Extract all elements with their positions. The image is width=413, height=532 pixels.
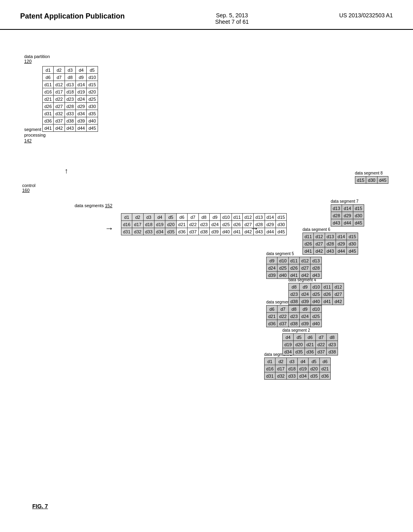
segment-4-group: data segment 4 d8d9d10d11d12d23d24d25d26… bbox=[288, 278, 344, 305]
publication-number: US 2013/0232503 A1 bbox=[339, 12, 393, 19]
segment-6-label: data segment 6 bbox=[302, 227, 358, 232]
main-data-table: d1d2d3d4d5d6d7d8d9d10d11d12d13d14d15d16d… bbox=[42, 66, 98, 132]
figure-label: FIG. 7 bbox=[32, 503, 48, 509]
segment-7-label: data segment 7 bbox=[331, 199, 364, 204]
control-label: control 160 bbox=[22, 183, 35, 193]
segment-1-group: data segment 1 d1d2d3d4d5d6d16d17d18d19d… bbox=[264, 352, 331, 380]
right-arrow-2: → bbox=[250, 223, 259, 234]
segment-8-label: data segment 8 bbox=[355, 171, 388, 175]
page-header: Patent Application Publication Sep. 5, 2… bbox=[0, 0, 413, 30]
publication-title: Patent Application Publication bbox=[20, 12, 125, 21]
segment-processing-label: segmentprocessing 142 bbox=[24, 127, 46, 143]
segment-5-group: data segment 5 d9d10d11d12d13d24d25d26d2… bbox=[266, 251, 322, 279]
middle-data-table: d1d2d3d4d5d6d7d8d9d10d11d12d13d14d15d16d… bbox=[121, 213, 287, 235]
up-arrow: ↑ bbox=[65, 167, 68, 175]
right-arrow-1: → bbox=[105, 223, 114, 234]
data-segments-label: data segments 152 bbox=[75, 203, 113, 208]
segment-8-group: data segment 8 d15d30d45 bbox=[355, 171, 388, 184]
publication-date: Sep. 5, 2013 Sheet 7 of 61 bbox=[215, 12, 248, 25]
segment-2-group: data segment 2 d4d5d6d7d8d19d20d21d22d23… bbox=[282, 328, 338, 355]
segment-6-group: data segment 6 d11d12d13d14d15d26d27d28d… bbox=[302, 227, 358, 255]
data-partition-label: data partition 120 bbox=[24, 54, 50, 64]
segment-2-label: data segment 2 bbox=[282, 328, 338, 332]
figure-area: data partition 120 d1d2d3d4d5d6d7d8d9d10… bbox=[0, 30, 413, 522]
segment-7-group: data segment 7 d13d14d15d28d29d30d43d44d… bbox=[331, 199, 364, 227]
